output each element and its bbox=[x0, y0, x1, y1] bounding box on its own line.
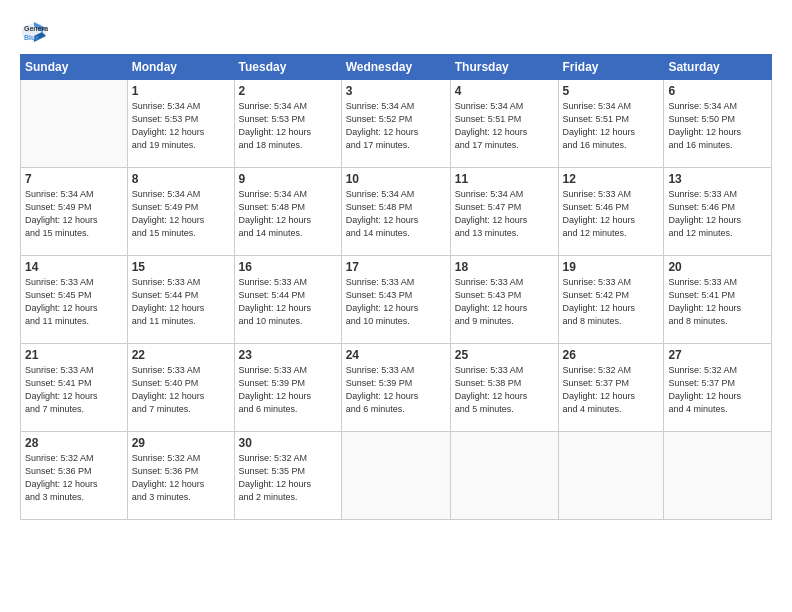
day-number: 4 bbox=[455, 84, 554, 98]
day-number: 6 bbox=[668, 84, 767, 98]
calendar-cell: 17Sunrise: 5:33 AM Sunset: 5:43 PM Dayli… bbox=[341, 256, 450, 344]
day-info: Sunrise: 5:32 AM Sunset: 5:37 PM Dayligh… bbox=[563, 364, 660, 416]
svg-text:General: General bbox=[24, 25, 48, 32]
day-number: 26 bbox=[563, 348, 660, 362]
weekday-header-thursday: Thursday bbox=[450, 55, 558, 80]
page: General Blue SundayMondayTuesdayWednesda… bbox=[0, 0, 792, 612]
calendar-cell: 27Sunrise: 5:32 AM Sunset: 5:37 PM Dayli… bbox=[664, 344, 772, 432]
calendar-table: SundayMondayTuesdayWednesdayThursdayFrid… bbox=[20, 54, 772, 520]
calendar-cell: 14Sunrise: 5:33 AM Sunset: 5:45 PM Dayli… bbox=[21, 256, 128, 344]
day-number: 5 bbox=[563, 84, 660, 98]
calendar-cell: 1Sunrise: 5:34 AM Sunset: 5:53 PM Daylig… bbox=[127, 80, 234, 168]
day-info: Sunrise: 5:32 AM Sunset: 5:36 PM Dayligh… bbox=[25, 452, 123, 504]
weekday-header-row: SundayMondayTuesdayWednesdayThursdayFrid… bbox=[21, 55, 772, 80]
day-number: 7 bbox=[25, 172, 123, 186]
day-info: Sunrise: 5:33 AM Sunset: 5:41 PM Dayligh… bbox=[668, 276, 767, 328]
day-info: Sunrise: 5:34 AM Sunset: 5:49 PM Dayligh… bbox=[25, 188, 123, 240]
calendar-cell: 26Sunrise: 5:32 AM Sunset: 5:37 PM Dayli… bbox=[558, 344, 664, 432]
weekday-header-sunday: Sunday bbox=[21, 55, 128, 80]
day-info: Sunrise: 5:34 AM Sunset: 5:53 PM Dayligh… bbox=[239, 100, 337, 152]
day-info: Sunrise: 5:33 AM Sunset: 5:43 PM Dayligh… bbox=[455, 276, 554, 328]
calendar-cell: 4Sunrise: 5:34 AM Sunset: 5:51 PM Daylig… bbox=[450, 80, 558, 168]
week-row-3: 14Sunrise: 5:33 AM Sunset: 5:45 PM Dayli… bbox=[21, 256, 772, 344]
day-number: 20 bbox=[668, 260, 767, 274]
weekday-header-saturday: Saturday bbox=[664, 55, 772, 80]
day-number: 10 bbox=[346, 172, 446, 186]
day-number: 25 bbox=[455, 348, 554, 362]
calendar-cell: 19Sunrise: 5:33 AM Sunset: 5:42 PM Dayli… bbox=[558, 256, 664, 344]
day-number: 17 bbox=[346, 260, 446, 274]
calendar-cell: 21Sunrise: 5:33 AM Sunset: 5:41 PM Dayli… bbox=[21, 344, 128, 432]
logo-icon: General Blue bbox=[20, 18, 48, 46]
day-number: 3 bbox=[346, 84, 446, 98]
day-info: Sunrise: 5:34 AM Sunset: 5:47 PM Dayligh… bbox=[455, 188, 554, 240]
day-number: 27 bbox=[668, 348, 767, 362]
calendar-cell: 30Sunrise: 5:32 AM Sunset: 5:35 PM Dayli… bbox=[234, 432, 341, 520]
day-info: Sunrise: 5:33 AM Sunset: 5:44 PM Dayligh… bbox=[132, 276, 230, 328]
calendar-cell: 25Sunrise: 5:33 AM Sunset: 5:38 PM Dayli… bbox=[450, 344, 558, 432]
day-info: Sunrise: 5:33 AM Sunset: 5:46 PM Dayligh… bbox=[668, 188, 767, 240]
calendar-cell: 3Sunrise: 5:34 AM Sunset: 5:52 PM Daylig… bbox=[341, 80, 450, 168]
day-number: 12 bbox=[563, 172, 660, 186]
day-number: 11 bbox=[455, 172, 554, 186]
day-number: 8 bbox=[132, 172, 230, 186]
day-info: Sunrise: 5:33 AM Sunset: 5:42 PM Dayligh… bbox=[563, 276, 660, 328]
day-info: Sunrise: 5:32 AM Sunset: 5:37 PM Dayligh… bbox=[668, 364, 767, 416]
day-info: Sunrise: 5:33 AM Sunset: 5:38 PM Dayligh… bbox=[455, 364, 554, 416]
calendar-cell: 7Sunrise: 5:34 AM Sunset: 5:49 PM Daylig… bbox=[21, 168, 128, 256]
calendar-cell: 2Sunrise: 5:34 AM Sunset: 5:53 PM Daylig… bbox=[234, 80, 341, 168]
day-number: 28 bbox=[25, 436, 123, 450]
calendar-cell: 16Sunrise: 5:33 AM Sunset: 5:44 PM Dayli… bbox=[234, 256, 341, 344]
day-number: 13 bbox=[668, 172, 767, 186]
calendar-cell: 20Sunrise: 5:33 AM Sunset: 5:41 PM Dayli… bbox=[664, 256, 772, 344]
day-info: Sunrise: 5:33 AM Sunset: 5:40 PM Dayligh… bbox=[132, 364, 230, 416]
day-info: Sunrise: 5:34 AM Sunset: 5:53 PM Dayligh… bbox=[132, 100, 230, 152]
day-number: 29 bbox=[132, 436, 230, 450]
calendar-cell: 15Sunrise: 5:33 AM Sunset: 5:44 PM Dayli… bbox=[127, 256, 234, 344]
day-info: Sunrise: 5:33 AM Sunset: 5:39 PM Dayligh… bbox=[239, 364, 337, 416]
week-row-2: 7Sunrise: 5:34 AM Sunset: 5:49 PM Daylig… bbox=[21, 168, 772, 256]
day-number: 21 bbox=[25, 348, 123, 362]
week-row-1: 1Sunrise: 5:34 AM Sunset: 5:53 PM Daylig… bbox=[21, 80, 772, 168]
day-info: Sunrise: 5:32 AM Sunset: 5:36 PM Dayligh… bbox=[132, 452, 230, 504]
svg-text:Blue: Blue bbox=[24, 34, 39, 41]
calendar-cell: 22Sunrise: 5:33 AM Sunset: 5:40 PM Dayli… bbox=[127, 344, 234, 432]
weekday-header-wednesday: Wednesday bbox=[341, 55, 450, 80]
day-info: Sunrise: 5:33 AM Sunset: 5:43 PM Dayligh… bbox=[346, 276, 446, 328]
weekday-header-tuesday: Tuesday bbox=[234, 55, 341, 80]
day-number: 19 bbox=[563, 260, 660, 274]
calendar-cell: 10Sunrise: 5:34 AM Sunset: 5:48 PM Dayli… bbox=[341, 168, 450, 256]
day-number: 1 bbox=[132, 84, 230, 98]
calendar-cell: 8Sunrise: 5:34 AM Sunset: 5:49 PM Daylig… bbox=[127, 168, 234, 256]
calendar-cell: 11Sunrise: 5:34 AM Sunset: 5:47 PM Dayli… bbox=[450, 168, 558, 256]
day-number: 22 bbox=[132, 348, 230, 362]
day-number: 23 bbox=[239, 348, 337, 362]
day-info: Sunrise: 5:32 AM Sunset: 5:35 PM Dayligh… bbox=[239, 452, 337, 504]
day-info: Sunrise: 5:33 AM Sunset: 5:44 PM Dayligh… bbox=[239, 276, 337, 328]
day-info: Sunrise: 5:34 AM Sunset: 5:52 PM Dayligh… bbox=[346, 100, 446, 152]
day-info: Sunrise: 5:34 AM Sunset: 5:48 PM Dayligh… bbox=[239, 188, 337, 240]
day-number: 18 bbox=[455, 260, 554, 274]
day-info: Sunrise: 5:33 AM Sunset: 5:41 PM Dayligh… bbox=[25, 364, 123, 416]
calendar-cell bbox=[558, 432, 664, 520]
day-info: Sunrise: 5:34 AM Sunset: 5:48 PM Dayligh… bbox=[346, 188, 446, 240]
day-info: Sunrise: 5:34 AM Sunset: 5:51 PM Dayligh… bbox=[563, 100, 660, 152]
day-info: Sunrise: 5:33 AM Sunset: 5:46 PM Dayligh… bbox=[563, 188, 660, 240]
day-number: 30 bbox=[239, 436, 337, 450]
day-number: 16 bbox=[239, 260, 337, 274]
day-info: Sunrise: 5:34 AM Sunset: 5:51 PM Dayligh… bbox=[455, 100, 554, 152]
calendar-cell: 29Sunrise: 5:32 AM Sunset: 5:36 PM Dayli… bbox=[127, 432, 234, 520]
weekday-header-friday: Friday bbox=[558, 55, 664, 80]
calendar-cell bbox=[21, 80, 128, 168]
calendar-cell: 9Sunrise: 5:34 AM Sunset: 5:48 PM Daylig… bbox=[234, 168, 341, 256]
calendar-cell: 23Sunrise: 5:33 AM Sunset: 5:39 PM Dayli… bbox=[234, 344, 341, 432]
day-info: Sunrise: 5:34 AM Sunset: 5:50 PM Dayligh… bbox=[668, 100, 767, 152]
calendar-cell: 24Sunrise: 5:33 AM Sunset: 5:39 PM Dayli… bbox=[341, 344, 450, 432]
calendar-cell: 5Sunrise: 5:34 AM Sunset: 5:51 PM Daylig… bbox=[558, 80, 664, 168]
calendar-cell bbox=[450, 432, 558, 520]
weekday-header-monday: Monday bbox=[127, 55, 234, 80]
calendar-cell: 28Sunrise: 5:32 AM Sunset: 5:36 PM Dayli… bbox=[21, 432, 128, 520]
day-number: 24 bbox=[346, 348, 446, 362]
calendar-cell bbox=[664, 432, 772, 520]
week-row-5: 28Sunrise: 5:32 AM Sunset: 5:36 PM Dayli… bbox=[21, 432, 772, 520]
